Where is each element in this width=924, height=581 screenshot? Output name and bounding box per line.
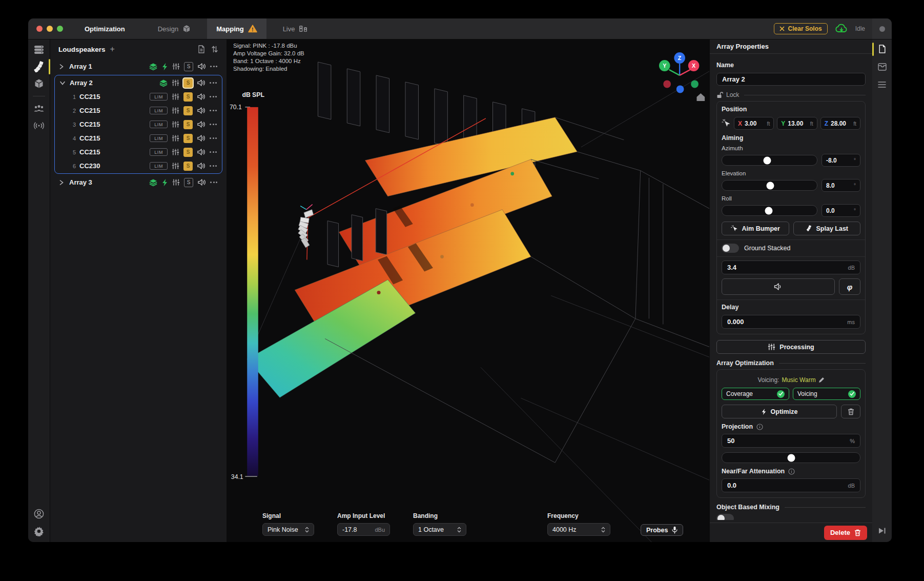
minimize-window-button[interactable] [47,26,53,32]
speaker-item-row[interactable]: 4 CC215 LIM S [55,131,222,145]
export-report-icon[interactable] [198,45,205,53]
limiter-badge[interactable]: LIM [150,121,168,128]
position-x-field[interactable]: X 3.00 ft [734,117,774,130]
more-menu-icon[interactable] [210,66,217,67]
gizmo-neg-z[interactable] [676,85,684,93]
add-array-button[interactable]: + [110,45,115,53]
elevation-slider[interactable] [722,180,817,191]
elevation-value-field[interactable]: 8.0 ° [822,179,860,192]
limiter-badge[interactable]: LIM [150,148,168,156]
processing-icon[interactable] [172,178,180,186]
solo-toggle-active[interactable]: S [183,92,193,102]
audience-icon[interactable] [33,103,45,114]
projection-slider[interactable] [722,452,860,463]
limiter-badge[interactable]: LIM [150,107,168,114]
nearfar-field[interactable]: 0.0 dB [722,478,860,492]
splay-last-button[interactable]: Splay Last [793,222,861,235]
close-window-button[interactable] [36,26,43,32]
orientation-gizmo[interactable]: Z Y X [659,52,705,101]
speaker-mute-icon[interactable] [197,162,206,170]
speaker-mute-icon[interactable] [197,107,206,114]
array-name-input[interactable] [716,73,866,86]
array-row-2[interactable]: Array 2 S [55,76,222,90]
pencil-icon[interactable] [818,377,825,383]
speaker-item-row[interactable]: 6 CC230 LIM S [55,159,222,173]
speaker-mute-icon[interactable] [197,93,206,101]
processing-icon[interactable] [172,134,179,142]
elevation-slider-thumb[interactable] [767,182,774,189]
account-icon[interactable] [33,508,45,519]
limiter-badge[interactable]: LIM [150,162,168,170]
tab-live[interactable]: Live [274,18,317,39]
gizmo-neg-y[interactable] [691,80,699,88]
tab-mapping[interactable]: Mapping [207,18,266,39]
solo-toggle-active[interactable]: S [183,148,193,157]
limiter-badge[interactable]: LIM [150,93,168,101]
gizmo-neg-x[interactable] [663,80,671,88]
chevron-down-icon[interactable] [60,81,66,85]
more-menu-icon[interactable] [210,165,217,167]
speaker-item-row[interactable]: 1 CC215 LIM S [55,90,222,104]
clear-solos-button[interactable]: Clear Solos [774,23,828,34]
processing-button[interactable]: Processing [716,340,866,354]
speaker-mute-icon[interactable] [197,148,206,156]
voicing-chip[interactable]: Voicing [793,388,860,400]
delete-optimization-button[interactable] [841,405,860,418]
play-to-end-icon[interactable] [877,526,887,536]
azimuth-slider[interactable] [722,155,817,166]
position-z-field[interactable]: Z 28.00 ft [820,117,860,130]
azimuth-value-field[interactable]: -8.0 ° [822,154,860,167]
speaker-mute-icon[interactable] [197,134,206,142]
projection-slider-thumb[interactable] [787,454,795,462]
limiter-badge[interactable]: LIM [150,134,168,142]
info-icon[interactable] [788,468,795,475]
zoom-window-button[interactable] [57,26,63,32]
ground-stacked-toggle[interactable] [722,244,739,253]
speaker-item-row[interactable]: 3 CC215 LIM S [55,117,222,131]
tab-optimization[interactable]: Optimization [75,18,134,39]
layers-list-icon[interactable] [877,79,887,90]
frequency-select[interactable]: 4000 Hz [547,523,610,536]
amplifier-rack-icon[interactable] [33,44,45,55]
more-menu-icon[interactable] [210,182,217,183]
speaker-item-row[interactable]: 2 CC215 LIM S [55,104,222,117]
array-gain-field[interactable]: 3.4 dB [722,261,860,274]
speaker-mute-icon[interactable] [197,63,206,70]
processing-icon[interactable] [172,79,179,87]
azimuth-slider-thumb[interactable] [763,156,771,164]
delay-field[interactable]: 0.000 ms [722,315,860,329]
obm-toggle[interactable] [716,514,734,520]
more-menu-icon[interactable] [210,151,217,153]
solo-toggle-active[interactable]: S [183,78,193,88]
venue-cube-icon[interactable] [33,78,45,89]
processing-icon[interactable] [172,162,179,170]
more-menu-icon[interactable] [210,110,217,111]
properties-document-icon[interactable] [877,44,887,54]
spl-map-canvas[interactable]: dB SPL 70.1 34.1 Z Y X [227,39,709,542]
speaker-mute-icon[interactable] [197,178,206,186]
home-view-icon[interactable] [696,93,705,101]
more-menu-icon[interactable] [210,124,217,125]
more-menu-icon[interactable] [210,96,217,97]
solo-toggle[interactable]: S [184,178,193,187]
solo-toggle-active[interactable]: S [183,120,193,129]
more-menu-icon[interactable] [210,82,217,84]
solo-toggle-active[interactable]: S [183,162,193,171]
roll-slider-thumb[interactable] [765,207,772,214]
library-archive-icon[interactable] [877,62,887,72]
pick-position-icon[interactable] [722,119,731,128]
chevron-right-icon[interactable] [59,180,66,185]
settings-gear-icon[interactable] [33,526,45,537]
processing-icon[interactable] [172,93,179,101]
lock-open-icon[interactable] [716,92,723,98]
speaker-item-row[interactable]: 5 CC215 LIM S [55,145,222,159]
array-row-3[interactable]: Array 3 S [54,175,222,189]
optimize-button[interactable]: Optimize [722,405,837,418]
banding-select[interactable]: 1 Octave [413,523,466,536]
position-y-field[interactable]: Y 13.00 ft [777,117,817,130]
probes-button[interactable]: Probes [641,524,683,536]
array-row-1[interactable]: Array 1 S [54,59,222,73]
broadcast-icon[interactable] [33,120,45,131]
speaker-array-model[interactable] [298,205,314,248]
coverage-chip[interactable]: Coverage [722,388,789,400]
